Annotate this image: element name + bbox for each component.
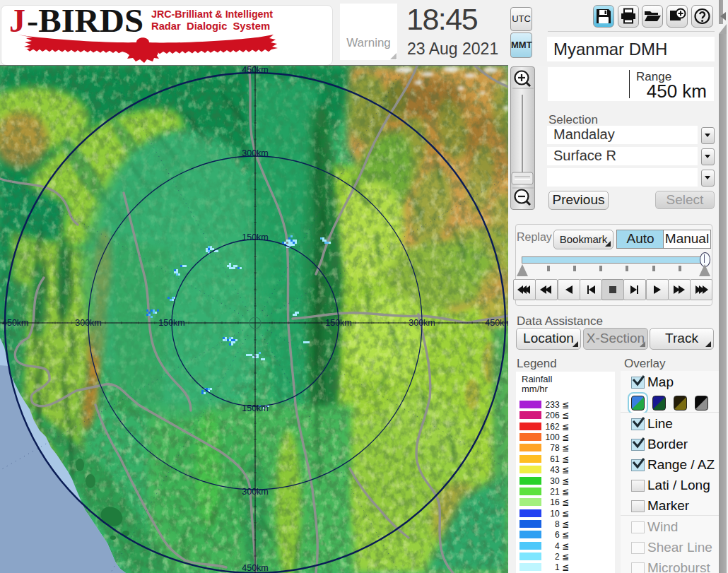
- svg-text:JRC-Brilliant & Intelligent: JRC-Brilliant & Intelligent: [151, 8, 273, 20]
- svg-text:450km: 450km: [242, 66, 269, 75]
- svg-text:Radar Dialogic System: Radar Dialogic System: [151, 20, 270, 32]
- svg-text:150km: 150km: [242, 232, 269, 242]
- svg-text:150km: 150km: [325, 318, 352, 328]
- svg-text:300km: 300km: [242, 487, 269, 497]
- svg-text:150km: 150km: [242, 403, 269, 413]
- svg-text:-BIRDS: -BIRDS: [27, 6, 143, 39]
- svg-text:450km: 450km: [2, 318, 29, 328]
- svg-text:300km: 300km: [409, 318, 435, 328]
- svg-text:450km: 450km: [485, 318, 510, 328]
- svg-text:450km: 450km: [242, 563, 269, 573]
- svg-text:300km: 300km: [242, 148, 269, 158]
- svg-text:150km: 150km: [158, 318, 185, 328]
- svg-text:300km: 300km: [75, 318, 102, 328]
- svg-text:J: J: [9, 6, 25, 39]
